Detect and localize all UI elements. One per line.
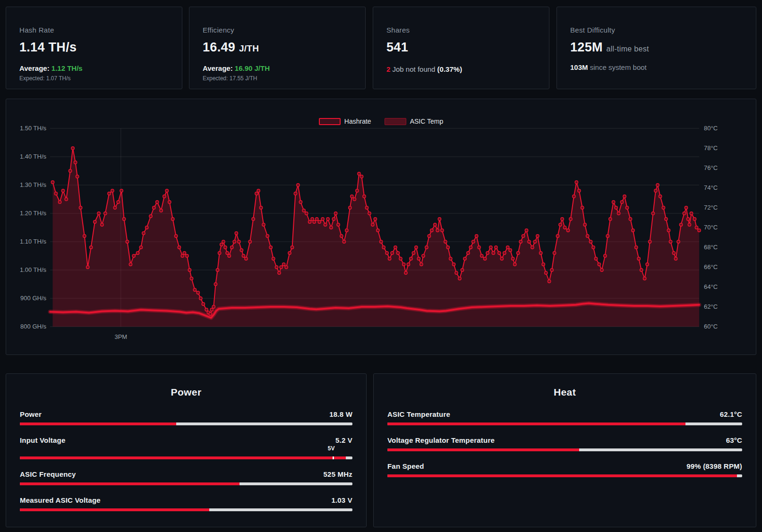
metric-progress-track-asic-frequency (20, 482, 352, 485)
metric-row-voltage-regulator-temperature: Voltage Regulator Temperature63°C (387, 436, 742, 451)
y-right-tick: 70°C (704, 224, 718, 231)
metric-progress-fill-input-voltage (20, 456, 346, 459)
axeos-dashboard: { "colors": { "red": "#ea1430", "green":… (0, 0, 762, 532)
metric-value-input-voltage: 5.2 V (335, 436, 352, 444)
efficiency-value-unit: J/TH (239, 43, 259, 53)
metric-label-voltage-regulator-temperature: Voltage Regulator Temperature (387, 436, 495, 444)
efficiency-value: 16.49 J/TH (203, 40, 352, 55)
difficulty-value-suffix: all-time best (607, 45, 649, 53)
metric-label-asic-frequency: ASIC Frequency (20, 470, 76, 478)
metric-label-power: Power (20, 410, 42, 418)
y-right-tick: 76°C (704, 164, 718, 171)
metric-value-asic-temperature: 62.1°C (720, 410, 742, 418)
legend-item-asic-temp[interactable]: ASIC Temp (385, 118, 444, 125)
metric-row-input-voltage: Input Voltage5.2 V5V (20, 436, 352, 459)
efficiency-card: Efficiency 16.49 J/TH Average: 16.90 J/T… (189, 7, 366, 89)
rejected-reason: Job not found (393, 65, 436, 73)
difficulty-value-number: 125M (570, 40, 603, 54)
y-right-tick: 74°C (704, 184, 718, 191)
metric-progress-fill-fan-speed (387, 474, 737, 477)
metric-value-asic-frequency: 525 MHz (324, 470, 352, 478)
efficiency-expected: Expected: 17.55 J/TH (203, 75, 352, 82)
y-right-tick: 80°C (704, 125, 718, 132)
metric-progress-fill-voltage-regulator-temperature (387, 448, 579, 451)
nominal-marker-row: 5V (20, 445, 352, 452)
metric-progress-fill-asic-frequency (20, 482, 240, 485)
y-left-tick: 1.40 TH/s (20, 153, 47, 160)
metric-value-measured-asic-voltage: 1.03 V (331, 496, 352, 504)
hashrate-temp-chart: 1.50 TH/s1.40 TH/s1.30 TH/s1.20 TH/s1.10… (6, 99, 757, 355)
metric-progress-track-input-voltage (20, 456, 352, 459)
metric-progress-fill-measured-asic-voltage (20, 508, 209, 511)
difficulty-secondary-suffix: since system boot (590, 63, 647, 71)
metric-value-voltage-regulator-temperature: 63°C (726, 436, 742, 444)
difficulty-value: 125M all-time best (570, 40, 743, 55)
metric-progress-fill-power (20, 422, 176, 425)
y-right-tick: 68°C (704, 244, 718, 251)
difficulty-secondary: 103M since system boot (570, 63, 743, 71)
y-left-tick: 800 GH/s (20, 323, 46, 330)
metric-row-asic-frequency: ASIC Frequency525 MHz (20, 470, 352, 485)
metric-progress-track-asic-temperature (387, 422, 742, 425)
metric-value-power: 18.8 W (329, 410, 352, 418)
nominal-marker-tick (333, 456, 334, 459)
metric-label-asic-temperature: ASIC Temperature (387, 410, 450, 418)
y-right-tick: 60°C (704, 323, 718, 330)
hashrate-temp-chart-panel: 1.50 TH/s1.40 TH/s1.30 TH/s1.20 TH/s1.10… (6, 99, 756, 355)
efficiency-card-label: Efficiency (203, 26, 352, 34)
metric-progress-fill-asic-temperature (387, 422, 685, 425)
heat-panel: Heat ASIC Temperature62.1°CVoltage Regul… (373, 373, 756, 527)
legend-swatch-hashrate (319, 118, 341, 125)
y-right-tick: 62°C (704, 303, 718, 310)
metric-row-measured-asic-voltage: Measured ASIC Voltage1.03 V (20, 496, 352, 511)
difficulty-card-label: Best Difficulty (570, 26, 743, 34)
metric-label-measured-asic-voltage: Measured ASIC Voltage (20, 496, 101, 504)
heat-panel-title: Heat (374, 387, 756, 398)
legend-item-hashrate[interactable]: Hashrate (319, 118, 371, 125)
shares-card-label: Shares (386, 26, 536, 34)
hashrate-average: Average: 1.12 TH/s (19, 64, 169, 72)
metric-progress-track-voltage-regulator-temperature (387, 448, 742, 451)
nominal-marker-label: 5V (328, 445, 335, 452)
chart-legend: HashrateASIC Temp (6, 118, 756, 125)
metric-value-fan-speed: 99% (8398 RPM) (686, 462, 742, 470)
legend-swatch-asic-temp (385, 118, 406, 125)
heat-rows: ASIC Temperature62.1°CVoltage Regulator … (387, 410, 742, 477)
metric-row-power: Power18.8 W (20, 410, 352, 425)
shares-card: Shares 541 2 Job not found (0.37%) (373, 7, 549, 89)
hashrate-card: Hash Rate 1.14 TH/s Average: 1.12 TH/s E… (6, 7, 182, 89)
x-axis-tick: 3PM (114, 333, 127, 340)
y-left-tick: 1.30 TH/s (20, 181, 47, 188)
average-value: 1.12 TH/s (51, 64, 83, 72)
rejected-percent: (0.37%) (437, 65, 462, 73)
y-right-tick: 64°C (704, 283, 718, 290)
rejected-count: 2 (386, 65, 390, 73)
metric-progress-track-measured-asic-voltage (20, 508, 352, 511)
y-left-tick: 900 GH/s (20, 295, 46, 302)
y-right-tick: 66°C (704, 263, 718, 270)
metric-label-fan-speed: Fan Speed (387, 462, 424, 470)
y-left-tick: 1.00 TH/s (20, 266, 47, 273)
metric-progress-track-fan-speed (387, 474, 742, 477)
y-left-tick: 1.10 TH/s (20, 238, 47, 245)
efficiency-value-number: 16.49 (203, 40, 235, 54)
legend-label-asic-temp: ASIC Temp (410, 118, 444, 125)
best-difficulty-card: Best Difficulty 125M all-time best 103M … (557, 7, 756, 89)
y-right-tick: 78°C (704, 144, 718, 152)
difficulty-secondary-number: 103M (570, 63, 588, 71)
metric-label-input-voltage: Input Voltage (20, 436, 65, 444)
efficiency-average: Average: 16.90 J/TH (203, 64, 352, 72)
power-panel: Power Power18.8 WInput Voltage5.2 V5VASI… (6, 373, 367, 527)
power-rows: Power18.8 WInput Voltage5.2 V5VASIC Freq… (20, 410, 352, 511)
hashrate-value: 1.14 TH/s (19, 40, 169, 55)
average-label: Average: (203, 64, 233, 72)
shares-value: 541 (386, 40, 536, 55)
power-panel-title: Power (6, 387, 366, 398)
hashrate-card-label: Hash Rate (19, 26, 169, 34)
y-left-tick: 1.50 TH/s (20, 125, 47, 132)
metric-row-fan-speed: Fan Speed99% (8398 RPM) (387, 462, 742, 477)
metric-progress-track-power (20, 422, 352, 425)
y-left-tick: 1.20 TH/s (20, 210, 47, 217)
metric-row-asic-temperature: ASIC Temperature62.1°C (387, 410, 742, 425)
hashrate-area (53, 148, 700, 327)
